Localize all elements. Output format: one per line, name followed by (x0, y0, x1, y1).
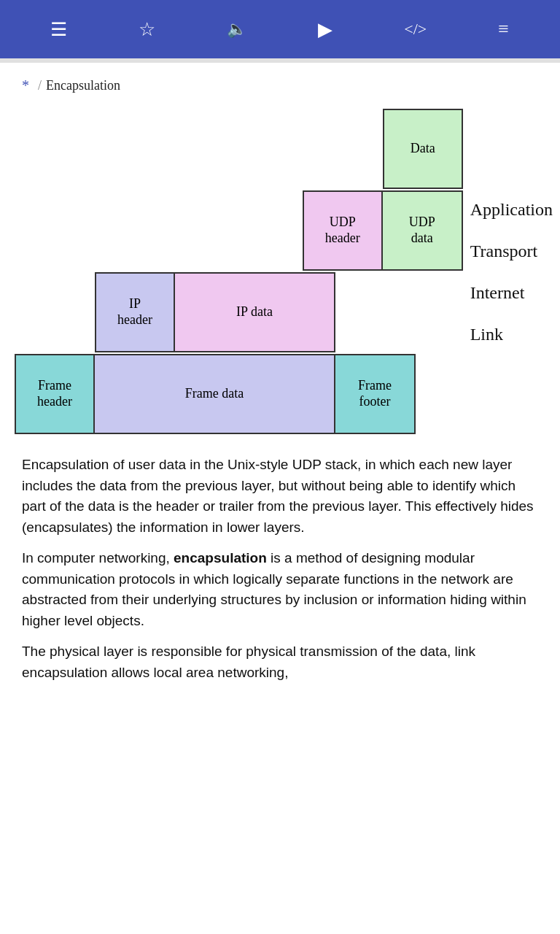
udp-data-box: UDP data (383, 190, 463, 271)
link-row: Frame header Frame data Frame footer (15, 354, 463, 434)
frame-header-box: Frame header (15, 354, 95, 434)
udp-header-box: UDP header (303, 190, 383, 271)
body-text: Encapsulation of user data in the Unix-s… (0, 443, 560, 705)
paragraph-3: The physical layer is responsible for ph… (22, 641, 538, 683)
mute-icon[interactable]: 🔈 (227, 20, 246, 39)
data-box: Data (383, 109, 463, 189)
app-row: Data (15, 109, 463, 189)
para2-before: In computer networking, (22, 550, 174, 566)
diagram-section: Data UDP header UDP data IP header IP da… (0, 101, 560, 443)
ip-data-box: IP data (175, 272, 335, 352)
top-bar: ☰ ☆ 🔈 ▶ </> ≡ (0, 0, 560, 58)
transport-layer-label: Transport (470, 242, 553, 261)
paragraph-1: Encapsulation of user data in the Unix-s… (22, 455, 538, 538)
para2-bold: encapsulation (174, 550, 267, 566)
play-icon[interactable]: ▶ (318, 18, 332, 41)
diagram: Data UDP header UDP data IP header IP da… (15, 109, 463, 436)
transport-row: UDP header UDP data (15, 190, 463, 271)
frame-footer-box: Frame footer (335, 354, 416, 434)
breadcrumb: * / Encapsulation (0, 63, 560, 101)
internet-row: IP header IP data (15, 272, 463, 352)
ip-header-box: IP header (95, 272, 175, 352)
star-icon[interactable]: ☆ (139, 18, 155, 41)
menu-icon[interactable]: ☰ (50, 18, 67, 41)
internet-layer-label: Internet (470, 283, 553, 303)
breadcrumb-page: Encapsulation (46, 78, 120, 93)
overflow-icon[interactable]: ≡ (498, 18, 510, 40)
breadcrumb-star: * (22, 77, 29, 94)
layer-labels: Application Transport Internet Link (470, 200, 553, 344)
link-layer-label: Link (470, 325, 553, 344)
share-icon[interactable]: </> (404, 20, 427, 39)
paragraph-2: In computer networking, encapsulation is… (22, 548, 538, 631)
frame-data-box: Frame data (95, 354, 335, 434)
app-layer-label: Application (470, 200, 553, 220)
breadcrumb-sep: / (38, 78, 42, 93)
